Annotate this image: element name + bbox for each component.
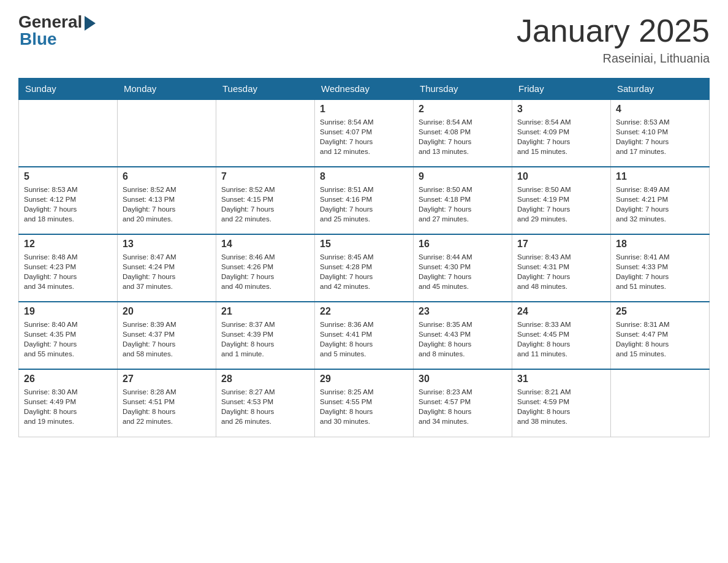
calendar-cell: 15Sunrise: 8:45 AMSunset: 4:28 PMDayligh…	[315, 234, 414, 302]
calendar-cell: 10Sunrise: 8:50 AMSunset: 4:19 PMDayligh…	[512, 167, 611, 234]
weekday-header-friday: Friday	[512, 79, 611, 100]
calendar-cell: 29Sunrise: 8:25 AMSunset: 4:55 PMDayligh…	[315, 369, 414, 437]
calendar-cell	[19, 99, 118, 167]
day-number: 1	[320, 104, 408, 115]
weekday-header-tuesday: Tuesday	[216, 79, 315, 100]
month-title: January 2025	[517, 12, 710, 49]
calendar-cell: 2Sunrise: 8:54 AMSunset: 4:08 PMDaylight…	[414, 99, 512, 167]
day-number: 7	[221, 171, 309, 182]
calendar-cell: 18Sunrise: 8:41 AMSunset: 4:33 PMDayligh…	[611, 234, 710, 302]
day-number: 15	[320, 239, 408, 250]
day-info: Sunrise: 8:46 AMSunset: 4:26 PMDaylight:…	[221, 252, 309, 291]
day-info: Sunrise: 8:40 AMSunset: 4:35 PMDaylight:…	[24, 320, 112, 359]
calendar-cell: 9Sunrise: 8:50 AMSunset: 4:18 PMDaylight…	[414, 167, 512, 234]
day-info: Sunrise: 8:35 AMSunset: 4:43 PMDaylight:…	[419, 320, 507, 359]
day-info: Sunrise: 8:36 AMSunset: 4:41 PMDaylight:…	[320, 320, 408, 359]
day-info: Sunrise: 8:45 AMSunset: 4:28 PMDaylight:…	[320, 252, 408, 291]
weekday-header-saturday: Saturday	[611, 79, 710, 100]
day-number: 10	[517, 171, 605, 182]
calendar-cell: 13Sunrise: 8:47 AMSunset: 4:24 PMDayligh…	[118, 234, 216, 302]
weekday-header-row: SundayMondayTuesdayWednesdayThursdayFrid…	[19, 79, 710, 100]
day-info: Sunrise: 8:23 AMSunset: 4:57 PMDaylight:…	[419, 387, 507, 426]
calendar-cell: 27Sunrise: 8:28 AMSunset: 4:51 PMDayligh…	[118, 369, 216, 437]
day-number: 22	[320, 306, 408, 317]
day-info: Sunrise: 8:53 AMSunset: 4:12 PMDaylight:…	[24, 185, 112, 224]
day-info: Sunrise: 8:31 AMSunset: 4:47 PMDaylight:…	[616, 320, 704, 359]
weekday-header-sunday: Sunday	[19, 79, 118, 100]
page-header: General Blue January 2025 Raseiniai, Lit…	[18, 12, 710, 66]
day-info: Sunrise: 8:54 AMSunset: 4:07 PMDaylight:…	[320, 117, 408, 156]
day-info: Sunrise: 8:30 AMSunset: 4:49 PMDaylight:…	[24, 387, 112, 426]
weekday-header-wednesday: Wednesday	[315, 79, 414, 100]
calendar-cell: 5Sunrise: 8:53 AMSunset: 4:12 PMDaylight…	[19, 167, 118, 234]
day-number: 3	[517, 104, 605, 115]
calendar-cell: 31Sunrise: 8:21 AMSunset: 4:59 PMDayligh…	[512, 369, 611, 437]
calendar-cell: 20Sunrise: 8:39 AMSunset: 4:37 PMDayligh…	[118, 302, 216, 369]
calendar-cell: 30Sunrise: 8:23 AMSunset: 4:57 PMDayligh…	[414, 369, 512, 437]
calendar-cell: 3Sunrise: 8:54 AMSunset: 4:09 PMDaylight…	[512, 99, 611, 167]
day-info: Sunrise: 8:28 AMSunset: 4:51 PMDaylight:…	[123, 387, 211, 426]
calendar-cell: 24Sunrise: 8:33 AMSunset: 4:45 PMDayligh…	[512, 302, 611, 369]
day-number: 25	[616, 306, 704, 317]
calendar-cell: 23Sunrise: 8:35 AMSunset: 4:43 PMDayligh…	[414, 302, 512, 369]
day-number: 12	[24, 239, 112, 250]
week-row-5: 26Sunrise: 8:30 AMSunset: 4:49 PMDayligh…	[19, 369, 710, 437]
day-number: 24	[517, 306, 605, 317]
day-number: 28	[221, 373, 309, 385]
week-row-4: 19Sunrise: 8:40 AMSunset: 4:35 PMDayligh…	[19, 302, 710, 369]
location-text: Raseiniai, Lithuania	[517, 52, 710, 66]
calendar-cell	[216, 99, 315, 167]
day-info: Sunrise: 8:52 AMSunset: 4:13 PMDaylight:…	[123, 185, 211, 224]
day-number: 26	[24, 373, 112, 385]
day-number: 18	[616, 239, 704, 250]
day-info: Sunrise: 8:47 AMSunset: 4:24 PMDaylight:…	[123, 252, 211, 291]
logo-blue-text: Blue	[20, 29, 57, 49]
day-number: 5	[24, 171, 112, 182]
day-number: 14	[221, 239, 309, 250]
day-info: Sunrise: 8:53 AMSunset: 4:10 PMDaylight:…	[616, 117, 704, 156]
calendar-cell: 8Sunrise: 8:51 AMSunset: 4:16 PMDaylight…	[315, 167, 414, 234]
day-info: Sunrise: 8:49 AMSunset: 4:21 PMDaylight:…	[616, 185, 704, 224]
calendar-cell: 11Sunrise: 8:49 AMSunset: 4:21 PMDayligh…	[611, 167, 710, 234]
calendar-cell: 26Sunrise: 8:30 AMSunset: 4:49 PMDayligh…	[19, 369, 118, 437]
day-info: Sunrise: 8:37 AMSunset: 4:39 PMDaylight:…	[221, 320, 309, 359]
week-row-1: 1Sunrise: 8:54 AMSunset: 4:07 PMDaylight…	[19, 99, 710, 167]
weekday-header-thursday: Thursday	[414, 79, 512, 100]
day-info: Sunrise: 8:48 AMSunset: 4:23 PMDaylight:…	[24, 252, 112, 291]
calendar-cell: 21Sunrise: 8:37 AMSunset: 4:39 PMDayligh…	[216, 302, 315, 369]
calendar-cell: 4Sunrise: 8:53 AMSunset: 4:10 PMDaylight…	[611, 99, 710, 167]
day-number: 6	[123, 171, 211, 182]
title-block: January 2025 Raseiniai, Lithuania	[517, 12, 710, 66]
day-info: Sunrise: 8:33 AMSunset: 4:45 PMDaylight:…	[517, 320, 605, 359]
logo: General Blue	[18, 12, 96, 49]
calendar-cell: 14Sunrise: 8:46 AMSunset: 4:26 PMDayligh…	[216, 234, 315, 302]
day-info: Sunrise: 8:51 AMSunset: 4:16 PMDaylight:…	[320, 185, 408, 224]
day-info: Sunrise: 8:54 AMSunset: 4:08 PMDaylight:…	[419, 117, 507, 156]
calendar-cell: 17Sunrise: 8:43 AMSunset: 4:31 PMDayligh…	[512, 234, 611, 302]
day-number: 17	[517, 239, 605, 250]
day-number: 23	[419, 306, 507, 317]
day-number: 30	[419, 373, 507, 385]
logo-arrow-icon	[85, 16, 96, 31]
calendar-cell: 22Sunrise: 8:36 AMSunset: 4:41 PMDayligh…	[315, 302, 414, 369]
day-info: Sunrise: 8:50 AMSunset: 4:18 PMDaylight:…	[419, 185, 507, 224]
day-number: 2	[419, 104, 507, 115]
day-number: 9	[419, 171, 507, 182]
day-info: Sunrise: 8:39 AMSunset: 4:37 PMDaylight:…	[123, 320, 211, 359]
day-info: Sunrise: 8:25 AMSunset: 4:55 PMDaylight:…	[320, 387, 408, 426]
day-info: Sunrise: 8:43 AMSunset: 4:31 PMDaylight:…	[517, 252, 605, 291]
calendar-cell: 1Sunrise: 8:54 AMSunset: 4:07 PMDaylight…	[315, 99, 414, 167]
day-number: 29	[320, 373, 408, 385]
day-info: Sunrise: 8:44 AMSunset: 4:30 PMDaylight:…	[419, 252, 507, 291]
calendar-cell: 6Sunrise: 8:52 AMSunset: 4:13 PMDaylight…	[118, 167, 216, 234]
week-row-3: 12Sunrise: 8:48 AMSunset: 4:23 PMDayligh…	[19, 234, 710, 302]
day-info: Sunrise: 8:21 AMSunset: 4:59 PMDaylight:…	[517, 387, 605, 426]
weekday-header-monday: Monday	[118, 79, 216, 100]
calendar-cell: 19Sunrise: 8:40 AMSunset: 4:35 PMDayligh…	[19, 302, 118, 369]
calendar-cell: 28Sunrise: 8:27 AMSunset: 4:53 PMDayligh…	[216, 369, 315, 437]
calendar-cell: 16Sunrise: 8:44 AMSunset: 4:30 PMDayligh…	[414, 234, 512, 302]
day-number: 20	[123, 306, 211, 317]
day-info: Sunrise: 8:54 AMSunset: 4:09 PMDaylight:…	[517, 117, 605, 156]
calendar-cell: 25Sunrise: 8:31 AMSunset: 4:47 PMDayligh…	[611, 302, 710, 369]
day-info: Sunrise: 8:50 AMSunset: 4:19 PMDaylight:…	[517, 185, 605, 224]
